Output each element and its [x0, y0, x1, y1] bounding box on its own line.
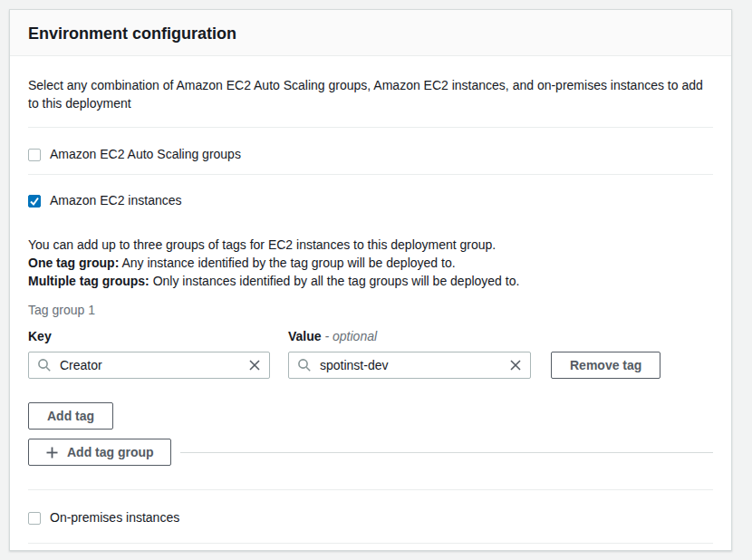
checkbox-row-auto-scaling-groups[interactable]: Amazon EC2 Auto Scaling groups: [28, 147, 241, 162]
panel-title: Environment configuration: [28, 24, 713, 43]
checkbox-ec2-instances-label: Amazon EC2 instances: [50, 193, 182, 208]
key-input-wrap: [28, 352, 270, 379]
value-label-text: Value: [288, 329, 322, 343]
divider: [28, 489, 713, 490]
one-tag-group-text: Any instance identified by the tag group…: [121, 256, 455, 270]
multiple-tag-groups-line: Multiple tag groups: Only instances iden…: [28, 272, 713, 290]
panel-body: Select any combination of Amazon EC2 Aut…: [10, 76, 731, 544]
divider: [180, 452, 713, 453]
divider: [28, 174, 713, 175]
checkmark-icon: [29, 196, 40, 207]
one-tag-group-line: One tag group: Any instance identified b…: [28, 254, 713, 272]
add-tag-group-row: Add tag group: [28, 439, 713, 466]
checkbox-ec2-instances[interactable]: [28, 195, 41, 208]
clear-value-icon[interactable]: [506, 355, 525, 375]
panel-description: Select any combination of Amazon EC2 Aut…: [28, 76, 713, 112]
tag-group-title: Tag group 1: [28, 302, 713, 318]
divider: [28, 127, 713, 128]
plus-icon: [45, 446, 59, 459]
add-tag-group-button[interactable]: Add tag group: [28, 439, 171, 466]
checkbox-row-ec2-instances[interactable]: Amazon EC2 instances: [28, 193, 182, 208]
checkbox-auto-scaling-groups-label: Amazon EC2 Auto Scaling groups: [50, 147, 241, 162]
add-tag-button[interactable]: Add tag: [28, 402, 113, 430]
add-tag-group-label: Add tag group: [67, 439, 154, 465]
value-label: Value - optional: [288, 329, 531, 344]
checkbox-on-premises[interactable]: [28, 512, 41, 525]
one-tag-group-label: One tag group:: [28, 256, 119, 270]
key-input[interactable]: [28, 352, 270, 379]
checkbox-auto-scaling-groups[interactable]: [28, 149, 41, 161]
checkbox-row-on-premises[interactable]: On-premises instances: [28, 510, 179, 526]
value-field: Value - optional: [288, 329, 531, 379]
value-input-wrap: [288, 352, 531, 379]
environment-configuration-panel: Environment configuration Select any com…: [9, 9, 732, 551]
key-label: Key: [28, 329, 270, 344]
clear-key-icon[interactable]: [245, 355, 265, 375]
value-input[interactable]: [288, 352, 531, 379]
key-field: Key: [28, 329, 270, 379]
panel-header: Environment configuration: [10, 10, 731, 56]
tag-groups-description: You can add up to three groups of tags f…: [28, 236, 713, 290]
tags-intro-line: You can add up to three groups of tags f…: [28, 236, 713, 254]
tag-row: Key Value - optional: [28, 329, 713, 379]
checkbox-on-premises-label: On-premises instances: [50, 510, 179, 526]
remove-tag-button[interactable]: Remove tag: [551, 352, 660, 379]
divider: [28, 543, 713, 544]
value-optional-suffix: - optional: [324, 329, 377, 343]
multiple-tag-groups-label: Multiple tag groups:: [28, 274, 149, 288]
multiple-tag-groups-text: Only instances identified by all the tag…: [153, 274, 520, 288]
